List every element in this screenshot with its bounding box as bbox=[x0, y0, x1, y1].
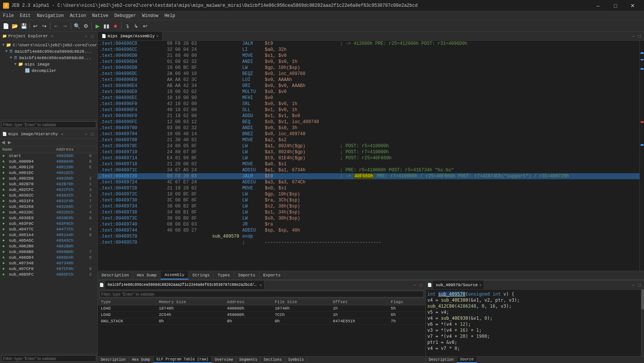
elf-row[interactable]: LOAD 2C54h 459000h 7CCh 1h 6h bbox=[98, 312, 425, 318]
hier-row[interactable]: ● sub_4031F4 4031F4h 7 bbox=[0, 198, 97, 204]
hier-row[interactable]: ● sub_407348 407348h bbox=[0, 261, 97, 266]
btab-types[interactable]: Types bbox=[214, 271, 234, 279]
hier-row[interactable]: ● sub_403268 403268h 7 bbox=[0, 204, 97, 210]
asm-line[interactable]: .text:004096EC10 10 00 00MFHI$v0 bbox=[98, 95, 639, 101]
tree-item-2[interactable]: ▼ 🖹 0a1cbf14e86c956cea5869dc88... bbox=[1, 55, 97, 61]
source-scrollbar[interactable] bbox=[641, 290, 644, 356]
hier-next-btn[interactable]: ▶ bbox=[6, 139, 13, 146]
asm-line[interactable]: .text:004097303C 00 BF 8FLW$ra, 3Ch($sp) bbox=[98, 197, 639, 203]
hier-minimize-btn[interactable]: − bbox=[83, 131, 89, 137]
tb-settings[interactable]: ⚙ bbox=[82, 22, 90, 30]
hier-row[interactable]: ● sub_4085FC 4085FCh 2 bbox=[0, 272, 97, 278]
menu-action[interactable]: Action bbox=[67, 11, 89, 20]
hier-row[interactable]: ● sub_400094 400094h 8 bbox=[0, 159, 97, 165]
asm-line[interactable]: .text:0040970410 00 40 14BNEZ$v0, loc_40… bbox=[98, 131, 639, 137]
hier-row[interactable]: ● sub_4036E0 4036E0h 8 bbox=[0, 215, 97, 221]
hier-row[interactable]: ● sub_406DD4 406DD4h 5 bbox=[0, 255, 97, 261]
elf-filter-input[interactable] bbox=[99, 291, 424, 297]
hier-row[interactable]: ● sub_402B70 402B70h 1 bbox=[0, 182, 97, 187]
asm-line[interactable]: .text:004096CC32 00 04 24LI$a0, 32h bbox=[98, 47, 639, 53]
elf-btab-symbols[interactable]: Symbols bbox=[285, 357, 307, 363]
tb-pause[interactable]: ▮▮ bbox=[102, 22, 111, 30]
elf-btab-hex[interactable]: Hex Dump bbox=[129, 357, 153, 363]
source-tab[interactable]: sub_409570/Source ✕ bbox=[433, 281, 484, 289]
asm-line[interactable]: .text:004096C809 F8 20 03JALR$t9; -> 412… bbox=[98, 41, 639, 47]
elf-btab-prog[interactable]: ELF Program Table (raw) bbox=[153, 357, 212, 363]
src-line[interactable]: sub_412C80(4286248, 0, 16, v3); bbox=[427, 303, 639, 309]
hier-row[interactable]: ● sub_40302C 40302Ch 1 bbox=[0, 193, 97, 198]
tb-forward[interactable]: → bbox=[61, 22, 69, 30]
menu-navigation[interactable]: Navigation bbox=[34, 11, 67, 20]
hier-row[interactable]: ● sub_400120 400120h E bbox=[0, 165, 97, 170]
elf-btab-segments[interactable]: Segments bbox=[236, 357, 261, 363]
asm-maximize-btn[interactable]: □ bbox=[637, 33, 642, 40]
elf-minimize-btn[interactable]: − bbox=[412, 282, 418, 288]
menu-window[interactable]: Window bbox=[139, 11, 161, 20]
assembly-tab[interactable]: 📄 mips image/Assembly ✕ bbox=[98, 32, 163, 40]
tree-item-mips[interactable]: ▼ 📁 mips image bbox=[1, 61, 97, 67]
hierarchy-filter-input[interactable] bbox=[1, 355, 96, 362]
asm-line[interactable]: .text:004096E0AA AA 02 3CLUI$v0, AAAAh bbox=[98, 77, 639, 83]
tb-open[interactable]: 📂 bbox=[11, 22, 19, 30]
asm-line[interactable]: .text:004096E4AB AA 42 34ORI$v0, $v0, AA… bbox=[98, 83, 639, 89]
elf-btab-overview[interactable]: Overview bbox=[212, 357, 236, 363]
asm-minimize-btn[interactable]: − bbox=[630, 33, 636, 40]
tb-step-in[interactable]: ↳ bbox=[132, 22, 140, 30]
asm-line[interactable]: .text:004096D401 00 02 32ANDI$v0, $s0, 1… bbox=[98, 59, 639, 65]
asm-line[interactable]: .text:0040974008 00 E0 03JR$ra bbox=[98, 221, 639, 227]
hier-row[interactable]: ● sub_4051A4 4051A4h 8 bbox=[0, 232, 97, 238]
asm-line[interactable]: .text:004096F821 18 62 00ADDU$v1, $v1, $… bbox=[98, 113, 639, 119]
asm-line[interactable]: .text:00409570sub_409570endp bbox=[98, 233, 639, 239]
src-line[interactable]: v7 = *(v4 + 20) + 1900; bbox=[427, 333, 639, 339]
elf-tab-close[interactable]: ✕ bbox=[260, 283, 262, 287]
asm-line[interactable]: .text:0040971821 20 00 02MOVE$a0, $s1 bbox=[98, 161, 639, 167]
asm-line[interactable]: .text:004096F042 10 02 00SRL$v0, $v0, 1h bbox=[98, 101, 639, 107]
tb-run[interactable]: ▶ bbox=[93, 22, 102, 30]
src-line[interactable]: v3 = *(v4 + 16) + 1; bbox=[427, 327, 639, 333]
asm-line[interactable]: .text:004096DC2A 00 40 10BEQZ$v0, loc_40… bbox=[98, 71, 639, 77]
source-tab-close[interactable]: ✕ bbox=[479, 283, 481, 287]
asm-line[interactable]: .text:004097244C 67 E7 24ADDIU$a3, $a3, … bbox=[98, 179, 639, 185]
asm-line[interactable]: .text:0040973438 00 B2 8FLW$s2, 38h($sp) bbox=[98, 203, 639, 209]
asm-line[interactable]: .text:004096D021 88 40 00MOVE$s1, $v0 bbox=[98, 53, 639, 59]
asm-line[interactable]: .text:0040970C24 80 05 8FLW$a1, 8024h($g… bbox=[98, 143, 639, 149]
assembly-lines[interactable]: .text:004096C809 F8 20 03JALR$t9; -> 412… bbox=[98, 41, 639, 271]
src-maximize-btn[interactable]: □ bbox=[637, 282, 642, 288]
project-minimize-btn[interactable]: − bbox=[83, 33, 89, 40]
asm-line[interactable]: .text:0040973C30 00 B0 8FLW$s0, 30h($sp) bbox=[98, 215, 639, 221]
asm-line[interactable]: .text:0040970003 00 02 32ANDI$v0, $s0, 3… bbox=[98, 125, 639, 131]
asm-line[interactable]: .text:004096FC12 00 03 12BEQ$s0, $v1, lo… bbox=[98, 119, 639, 125]
project-filter-input[interactable] bbox=[1, 121, 96, 128]
hier-row[interactable]: ● sub_405A5C 405A5Ch bbox=[0, 238, 97, 244]
hier-row[interactable]: ● sub_4002D0 4002D0h 2 bbox=[0, 176, 97, 182]
hier-row[interactable]: ● sub_40477C 40477Ch 4 bbox=[0, 227, 97, 232]
menu-file[interactable]: File bbox=[0, 11, 17, 20]
tb-back[interactable]: ← bbox=[52, 22, 60, 30]
asm-line[interactable]: .text:004096F440 18 02 00SLL$v1, $v0, 1h bbox=[98, 107, 639, 113]
tree-root[interactable]: ▼ 📁 C:\Users\nicol\jeb2\jeb2-core2\core\ bbox=[1, 42, 97, 48]
tree-item-1[interactable]: ▼ 🖹 0a1cbf14e86c956cea5869dc8820... bbox=[1, 48, 97, 55]
maximize-button[interactable]: □ bbox=[607, 0, 624, 11]
tb-new[interactable]: 📄 bbox=[2, 22, 10, 30]
elf-maximize-btn[interactable]: □ bbox=[418, 282, 424, 288]
btab-strings[interactable]: Strings bbox=[188, 271, 214, 279]
elf-row[interactable]: GNU_STACK 0h 0h 0h 6474E551h 7h bbox=[98, 318, 425, 325]
asm-line[interactable]: .text:0040972821 10 20 02MOVE$v0, $s1 bbox=[98, 185, 639, 191]
hier-row[interactable]: ● sub_4001DC 4001DCh bbox=[0, 170, 97, 176]
assembly-tab-close[interactable]: ✕ bbox=[156, 34, 158, 38]
tb-undo[interactable]: ↩ bbox=[31, 22, 39, 30]
asm-line[interactable]: .text:00409714E4 81 99 8FLW$t9, 81E4h($g… bbox=[98, 155, 639, 161]
hier-maximize-btn[interactable]: □ bbox=[90, 131, 95, 137]
asm-line[interactable]: .text:0040973834 00 B1 8FLW$s1, 34h($sp) bbox=[98, 209, 639, 215]
hier-row[interactable]: ● sub_4032DC 4032DCh 4 bbox=[0, 210, 97, 215]
elf-row[interactable]: LOAD 18740h 400000h 18740h 1h 5h bbox=[98, 305, 425, 312]
menu-debugger[interactable]: Debugger bbox=[111, 11, 139, 20]
src-line[interactable]: ptr1 = &v8; bbox=[427, 339, 639, 345]
asm-line[interactable]: .text:0040972009 F8 20 03JALR$t9; -> 40F… bbox=[98, 173, 639, 179]
btab-imports[interactable]: Imports bbox=[234, 271, 259, 279]
asm-line[interactable]: .text:004096D810 00 BC 8FLW$gp, 10h($sp) bbox=[98, 65, 639, 71]
elf-btab-desc[interactable]: Description bbox=[98, 357, 129, 363]
btab-assembly[interactable]: Assembly bbox=[161, 271, 188, 279]
menu-edit[interactable]: Edit bbox=[17, 11, 34, 20]
close-button[interactable]: ✕ bbox=[624, 0, 641, 11]
